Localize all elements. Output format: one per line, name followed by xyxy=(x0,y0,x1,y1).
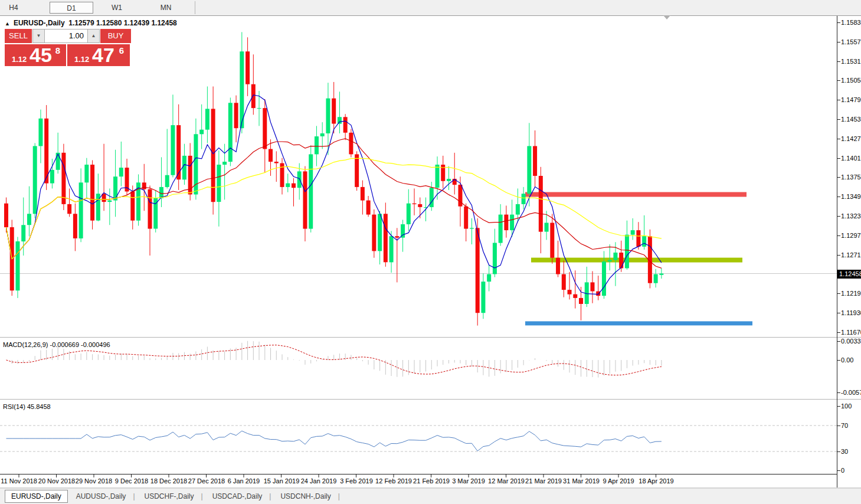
candle-up[interactable] xyxy=(217,165,221,202)
candle-up[interactable] xyxy=(487,274,491,282)
candle-down[interactable] xyxy=(251,84,256,108)
chart-canvas[interactable] xyxy=(0,0,861,504)
candle-down[interactable] xyxy=(274,162,279,163)
collapse-panel-icon[interactable]: ▲ xyxy=(5,21,10,27)
candle-down[interactable] xyxy=(464,207,468,229)
candle-down[interactable] xyxy=(90,165,94,221)
candle-down[interactable] xyxy=(211,109,215,202)
chart-tab-usdchf[interactable]: USDCHF-,Daily xyxy=(139,490,200,502)
candle-up[interactable] xyxy=(527,146,531,194)
candle-up[interactable] xyxy=(389,236,394,262)
candle-down[interactable] xyxy=(384,214,388,262)
candle-up[interactable] xyxy=(407,204,411,224)
candle-up[interactable] xyxy=(84,165,89,182)
candle-up[interactable] xyxy=(493,243,497,274)
candle-up[interactable] xyxy=(171,125,175,175)
candle-up[interactable] xyxy=(119,168,123,176)
candle-up[interactable] xyxy=(205,109,209,129)
candle-down[interactable] xyxy=(619,253,623,269)
macd-pane-divider[interactable] xyxy=(0,337,861,338)
candle-up[interactable] xyxy=(613,253,617,260)
candle-up[interactable] xyxy=(545,223,549,232)
candle-down[interactable] xyxy=(372,215,376,251)
candle-down[interactable] xyxy=(441,165,445,181)
sell-button[interactable]: SELL xyxy=(5,29,32,43)
candle-down[interactable] xyxy=(636,230,640,247)
candle-down[interactable] xyxy=(303,171,307,228)
candle-up[interactable] xyxy=(608,260,612,262)
candle-down[interactable] xyxy=(395,236,399,238)
candle-down[interactable] xyxy=(148,189,152,229)
candle-up[interactable] xyxy=(315,136,319,154)
candle-down[interactable] xyxy=(332,99,336,124)
candle-up[interactable] xyxy=(153,198,158,229)
candle-up[interactable] xyxy=(38,119,42,146)
candle-down[interactable] xyxy=(476,228,480,313)
level-band-support-blue[interactable] xyxy=(525,321,752,325)
candle-up[interactable] xyxy=(625,235,629,269)
candle-down[interactable] xyxy=(539,176,543,232)
candle-up[interactable] xyxy=(228,103,233,162)
candle-down[interactable] xyxy=(556,258,560,274)
candle-up[interactable] xyxy=(378,214,382,251)
candle-up[interactable] xyxy=(659,274,663,275)
candle-up[interactable] xyxy=(510,215,514,231)
candle-up[interactable] xyxy=(338,117,342,123)
candle-down[interactable] xyxy=(590,282,594,291)
candle-down[interactable] xyxy=(579,298,583,304)
candle-down[interactable] xyxy=(269,149,273,162)
candle-up[interactable] xyxy=(199,130,204,135)
candle-down[interactable] xyxy=(61,153,66,204)
candle-down[interactable] xyxy=(413,204,417,204)
candle-down[interactable] xyxy=(562,274,566,290)
candle-down[interactable] xyxy=(188,156,192,195)
candle-down[interactable] xyxy=(245,51,250,84)
candle-down[interactable] xyxy=(234,103,238,128)
sell-price-display[interactable]: 1.12 45 8 xyxy=(5,44,67,66)
candle-down[interactable] xyxy=(361,187,365,201)
candle-up[interactable] xyxy=(499,215,503,243)
candle-down[interactable] xyxy=(130,192,135,221)
candle-down[interactable] xyxy=(573,294,577,298)
candle-up[interactable] xyxy=(602,261,606,296)
candle-down[interactable] xyxy=(504,215,508,231)
candle-down[interactable] xyxy=(343,117,348,133)
chart-shift-marker-icon[interactable] xyxy=(663,15,670,19)
candle-up[interactable] xyxy=(222,162,227,165)
candle-up[interactable] xyxy=(182,156,186,179)
candle-up[interactable] xyxy=(447,179,451,181)
chart-tab-usdcnh[interactable]: USDCNH-,Daily xyxy=(274,490,336,502)
chart-tab-audusd[interactable]: AUDUSD-,Daily xyxy=(70,490,132,502)
candle-down[interactable] xyxy=(550,223,554,258)
candle-up[interactable] xyxy=(21,225,25,241)
candle-up[interactable] xyxy=(320,133,325,136)
volume-decrease-button[interactable]: ▼ xyxy=(32,29,45,43)
candle-up[interactable] xyxy=(654,274,658,283)
rsi-pane-divider[interactable] xyxy=(0,399,861,400)
candle-down[interactable] xyxy=(4,204,8,227)
candle-up[interactable] xyxy=(107,201,112,202)
timeframe-button-mn[interactable]: MN xyxy=(152,2,179,14)
timeframe-button-h4[interactable]: H4 xyxy=(5,2,22,14)
candle-down[interactable] xyxy=(418,204,422,207)
candle-up[interactable] xyxy=(297,171,302,188)
candle-up[interactable] xyxy=(436,165,440,188)
timeframe-button-w1[interactable]: W1 xyxy=(106,2,127,14)
candle-down[interactable] xyxy=(263,108,267,149)
candle-up[interactable] xyxy=(286,184,290,187)
candle-down[interactable] xyxy=(349,133,353,155)
candle-up[interactable] xyxy=(257,108,261,109)
candle-down[interactable] xyxy=(533,146,537,176)
candle-up[interactable] xyxy=(470,228,474,228)
candle-down[interactable] xyxy=(44,119,48,184)
candle-up[interactable] xyxy=(326,99,330,133)
buy-button[interactable]: BUY xyxy=(100,29,131,43)
level-band-pivot-olive[interactable] xyxy=(531,258,742,263)
candle-down[interactable] xyxy=(355,154,359,187)
candle-up[interactable] xyxy=(642,236,646,247)
candle-up[interactable] xyxy=(516,204,520,215)
candle-down[interactable] xyxy=(292,184,296,188)
volume-increase-button[interactable]: ▲ xyxy=(87,29,100,43)
candle-up[interactable] xyxy=(33,146,37,214)
candle-up[interactable] xyxy=(113,176,117,200)
